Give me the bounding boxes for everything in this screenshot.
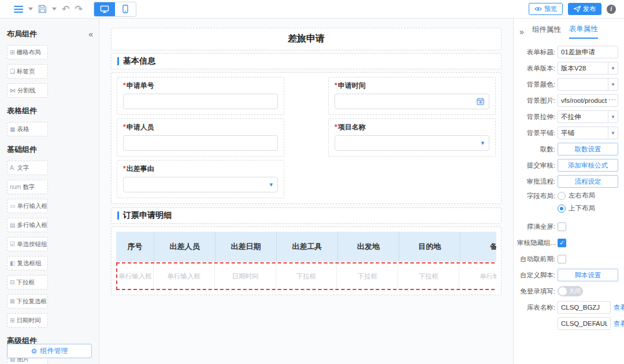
review-hidden-checkbox[interactable]: ✓ (558, 239, 566, 247)
row-cell[interactable]: 单行输入框 (154, 263, 215, 289)
form-title-block[interactable]: 差旅申请 (111, 28, 502, 50)
multi-input-icon: ▤ (10, 222, 15, 228)
auto-previous-checkbox[interactable] (558, 255, 566, 263)
flow-settings-button[interactable]: 流程设定 (558, 175, 618, 188)
db-table-input-1[interactable] (558, 301, 611, 314)
radio-group-icon: ☑ (10, 241, 15, 247)
undo-icon[interactable]: ↶ (62, 5, 69, 14)
prop-form-title: 表单标题: (517, 46, 618, 58)
sidebar-item-multi-input[interactable]: ▤多行输入框 (7, 218, 48, 232)
desktop-view-button[interactable] (94, 2, 115, 16)
section-accent-bar (117, 211, 119, 220)
multi-select-icon: ⊠ (10, 298, 14, 304)
sidebar-item-table[interactable]: ▦表格 (7, 122, 48, 136)
sidebar-item-number[interactable]: num数字 (7, 180, 48, 194)
radio-icon (558, 192, 566, 200)
data-fetch-settings-button[interactable]: 取数设置 (558, 143, 618, 155)
radio-selected-icon (558, 205, 566, 213)
chevron-down-icon[interactable]: ▾ (269, 181, 273, 188)
preview-label: 预览 (544, 5, 557, 13)
component-sidebar: 布局组件 « ⊞栅格布局 ❏标签页 ⋈分割线 表格组件 ▦表格 基础组件 A.文… (0, 18, 99, 364)
group-title-table: 表格组件 (7, 106, 37, 116)
row-cell[interactable]: 单行输入框 (117, 263, 154, 289)
required-mark: * (123, 123, 126, 131)
prop-no-login-fill: 免登录填写: 关闭 (517, 285, 618, 298)
row-cell[interactable]: 下拉框 (337, 263, 398, 289)
publish-button[interactable]: 发布 (568, 3, 601, 15)
preview-button[interactable]: 预览 (529, 3, 563, 15)
form-title-input[interactable] (558, 46, 618, 58)
script-settings-button[interactable]: 脚本设置 (558, 269, 618, 281)
sidebar-item-single-input[interactable]: ▭单行输入框 (7, 199, 48, 213)
menu-caret-icon[interactable] (28, 8, 33, 10)
sidebar-item-text[interactable]: A.文字 (7, 161, 48, 175)
fullscreen-checkbox[interactable] (558, 222, 566, 231)
save-caret-icon[interactable] (52, 8, 57, 10)
required-mark: * (335, 81, 337, 90)
calendar-icon[interactable] (477, 98, 484, 105)
db-table-input-2[interactable] (558, 317, 611, 330)
sidebar-item-grid-layout[interactable]: ⊞栅格布局 (7, 45, 48, 60)
field-application-time[interactable]: *申请时间 (328, 77, 496, 115)
required-mark: * (335, 123, 337, 131)
trip-reason-select[interactable]: ▾ (123, 177, 278, 192)
radio-horizontal-layout[interactable]: 左右布局 (558, 191, 595, 200)
row-cell[interactable]: 单行输入框 (459, 263, 496, 289)
table-row-selected[interactable]: 单行输入框 单行输入框 日期时间 下拉框 下拉框 下拉框 单行输入框 (116, 262, 496, 290)
bg-tile-select[interactable]: 平铺▾ (558, 127, 618, 139)
field-trip-reason[interactable]: *出差事由 ▾ (117, 160, 284, 198)
prop-db-table-2: 查看 (517, 317, 618, 330)
application-time-input[interactable] (335, 94, 489, 109)
sidebar-item-checkbox-group[interactable]: ◧复选框组 (7, 256, 48, 270)
expand-panel-icon[interactable]: » (519, 27, 524, 36)
sidebar-item-select[interactable]: ⊟下拉框 (7, 275, 48, 289)
prop-data-fetch: 取数: 取数设置 (517, 143, 618, 155)
bg-stretch-select[interactable]: 不拉伸▾ (558, 110, 618, 123)
collapse-sidebar-icon[interactable]: « (88, 29, 93, 39)
tab-form-properties[interactable]: 表单属性 (569, 24, 598, 39)
section-ticket-detail[interactable]: 订票申请明细 (111, 207, 502, 224)
header-cell: 备注 (460, 232, 496, 262)
sidebar-item-datetime[interactable]: ⊞日期时间 (7, 313, 48, 328)
field-applicant[interactable]: *申请人员 (117, 118, 284, 157)
application-number-input[interactable] (123, 94, 278, 109)
mobile-view-button[interactable] (115, 2, 136, 16)
row-cell[interactable]: 日期时间 (215, 263, 276, 289)
add-review-formula-button[interactable]: 添加审核公式 (558, 159, 618, 172)
radio-vertical-layout[interactable]: 上下布局 (558, 204, 595, 213)
required-mark: * (123, 81, 126, 90)
row-cell[interactable]: 下拉框 (276, 263, 337, 289)
sidebar-item-radio-group[interactable]: ☑单选按钮组 (7, 237, 48, 251)
form-version-select[interactable]: 版本V28▾ (558, 62, 618, 75)
sidebar-item-multi-select[interactable]: ⊠下拉复选框 (7, 294, 48, 309)
bg-color-select[interactable]: ▾ (558, 78, 618, 91)
chevron-down-icon[interactable]: ▾ (481, 140, 484, 146)
prop-bg-stretch: 背景拉伸: 不拉伸▾ (517, 110, 618, 123)
redo-icon[interactable]: ↷ (75, 5, 82, 14)
row-cell[interactable]: 下拉框 (398, 263, 459, 289)
section-basic-info[interactable]: 基本信息 (111, 53, 502, 69)
chevron-down-icon: ▾ (608, 127, 618, 139)
chevron-down-icon: ▾ (608, 111, 618, 122)
no-login-toggle[interactable]: 关闭 (558, 286, 583, 296)
header-cell: 序号 (116, 232, 154, 262)
save-icon[interactable] (38, 5, 47, 13)
sidebar-item-divider[interactable]: ⋈分割线 (7, 83, 48, 98)
project-name-select[interactable]: ▾ (335, 135, 489, 151)
info-icon[interactable]: i (607, 5, 616, 14)
menu-icon[interactable] (14, 6, 23, 13)
prop-approval-flow: 审批流程: 流程设定 (517, 175, 618, 188)
more-icon[interactable]: ··· (608, 96, 616, 103)
field-project-name[interactable]: *项目名称 ▾ (328, 118, 496, 157)
tab-component-properties[interactable]: 组件属性 (532, 25, 561, 38)
view-link-2[interactable]: 查看 (614, 320, 624, 328)
view-link-1[interactable]: 查看 (614, 303, 624, 312)
chevron-down-icon: ▾ (608, 79, 618, 90)
empty-grid-cell (328, 160, 496, 198)
field-application-number[interactable]: *申请单号 (117, 77, 284, 115)
component-manage-button[interactable]: ⚙ 组件管理 (7, 344, 92, 358)
applicant-input[interactable] (123, 135, 278, 151)
datetime-icon: ⊞ (10, 317, 14, 324)
header-cell: 出差工具 (277, 232, 338, 262)
sidebar-item-tabs[interactable]: ❏标签页 (7, 64, 48, 79)
